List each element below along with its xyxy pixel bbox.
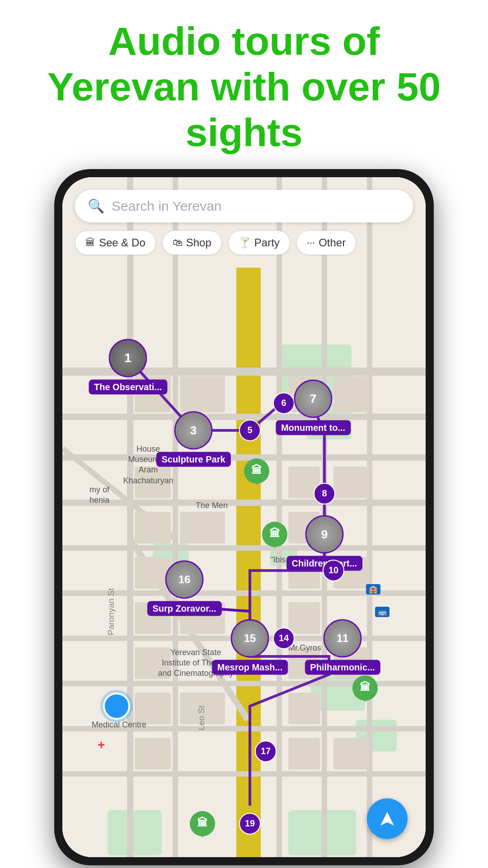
green-pin-4: 🏛 bbox=[189, 810, 216, 844]
filter-shop[interactable]: 🛍 Shop bbox=[162, 231, 222, 255]
page-title: Audio tours of Yerevan with over 50 sigh… bbox=[27, 18, 461, 156]
marker-3-label: Sculpture Park bbox=[156, 452, 230, 467]
marker-14[interactable]: 14 bbox=[273, 627, 295, 649]
filter-see-do-label: See & Do bbox=[99, 236, 145, 249]
phone-wrapper: 🔍 Search in Yerevan 🏛 See & Do 🛍 Shop 🍸 bbox=[0, 169, 488, 868]
svg-rect-34 bbox=[135, 512, 171, 543]
map-area: 🔍 Search in Yerevan 🏛 See & Do 🛍 Shop 🍸 bbox=[62, 177, 426, 857]
filter-party[interactable]: 🍸 Party bbox=[228, 231, 290, 255]
svg-rect-48 bbox=[288, 693, 320, 724]
marker-16-label: Surp Zoravor... bbox=[147, 601, 221, 616]
svg-rect-7 bbox=[108, 810, 162, 855]
marker-11[interactable]: 11 Philharmonic... bbox=[324, 619, 362, 657]
marker-3[interactable]: 3 Sculpture Park bbox=[174, 411, 213, 449]
green-pin-3: 🏛 bbox=[352, 675, 379, 708]
marker-7-label: Monument to... bbox=[276, 420, 351, 435]
transport-icon: 🚌 bbox=[375, 607, 389, 617]
svg-rect-42 bbox=[288, 602, 320, 634]
marker-17[interactable]: 17 bbox=[255, 741, 277, 762]
svg-text:🏛: 🏛 bbox=[251, 464, 262, 476]
marker-15[interactable]: 15 Mesrop Mash... bbox=[231, 619, 269, 657]
header-section: Audio tours of Yerevan with over 50 sigh… bbox=[0, 0, 488, 169]
green-pin-1: 🏛 bbox=[243, 458, 270, 491]
svg-rect-31 bbox=[135, 467, 171, 498]
svg-rect-35 bbox=[180, 512, 225, 543]
marker-7[interactable]: 7 Monument to... bbox=[294, 379, 333, 418]
svg-text:🏛: 🏛 bbox=[197, 816, 208, 829]
marker-16[interactable]: 16 Surp Zoravor... bbox=[165, 560, 204, 599]
filter-other-label: Other bbox=[319, 236, 346, 249]
hotel-icon: 🏨 bbox=[366, 584, 380, 594]
medical-cross-icon: + bbox=[98, 738, 105, 752]
marker-11-label: Philharmonic... bbox=[305, 660, 380, 675]
marker-19[interactable]: 19 bbox=[239, 813, 261, 835]
svg-rect-43 bbox=[135, 647, 171, 679]
marker-10[interactable]: 10 bbox=[323, 560, 344, 581]
svg-rect-47 bbox=[180, 693, 225, 724]
filter-shop-label: Shop bbox=[186, 236, 211, 249]
svg-rect-46 bbox=[135, 693, 171, 724]
marker-1[interactable]: 1 The Observati... bbox=[109, 339, 147, 377]
filter-other[interactable]: ··· Other bbox=[296, 231, 356, 255]
search-placeholder: Search in Yerevan bbox=[112, 198, 222, 214]
svg-marker-65 bbox=[380, 812, 394, 826]
marker-15-label: Mesrop Mash... bbox=[212, 660, 288, 675]
svg-text:🏛: 🏛 bbox=[360, 681, 371, 693]
svg-rect-50 bbox=[288, 738, 320, 769]
party-icon: 🍸 bbox=[239, 237, 251, 249]
svg-rect-28 bbox=[180, 376, 225, 412]
search-bar[interactable]: 🔍 Search in Yerevan bbox=[75, 190, 413, 222]
phone-screen: 🔍 Search in Yerevan 🏛 See & Do 🛍 Shop 🍸 bbox=[62, 177, 426, 857]
filter-see-do[interactable]: 🏛 See & Do bbox=[75, 231, 156, 255]
marker-6[interactable]: 6 bbox=[273, 392, 295, 414]
marker-5[interactable]: 5 bbox=[239, 420, 261, 441]
svg-rect-51 bbox=[333, 738, 370, 769]
marker-8[interactable]: 8 bbox=[314, 483, 335, 505]
shop-icon: 🛍 bbox=[173, 237, 183, 249]
svg-rect-30 bbox=[333, 376, 370, 412]
phone-frame: 🔍 Search in Yerevan 🏛 See & Do 🛍 Shop 🍸 bbox=[54, 169, 434, 865]
navigation-button[interactable] bbox=[367, 798, 408, 839]
search-icon: 🔍 bbox=[88, 198, 104, 214]
green-pin-2: 🏛 bbox=[261, 521, 288, 554]
other-icon: ··· bbox=[307, 237, 315, 249]
svg-rect-9 bbox=[236, 268, 261, 857]
user-location-dot bbox=[103, 693, 130, 720]
filter-party-label: Party bbox=[254, 236, 280, 249]
marker-1-label: The Observati... bbox=[89, 379, 167, 394]
svg-rect-49 bbox=[135, 738, 171, 769]
svg-text:🏛: 🏛 bbox=[269, 527, 280, 539]
svg-rect-33 bbox=[333, 467, 370, 498]
marker-9[interactable]: 9 Children's art... bbox=[305, 515, 344, 553]
filter-pills: 🏛 See & Do 🛍 Shop 🍸 Party ··· Other bbox=[75, 231, 356, 255]
see-do-icon: 🏛 bbox=[85, 237, 95, 249]
